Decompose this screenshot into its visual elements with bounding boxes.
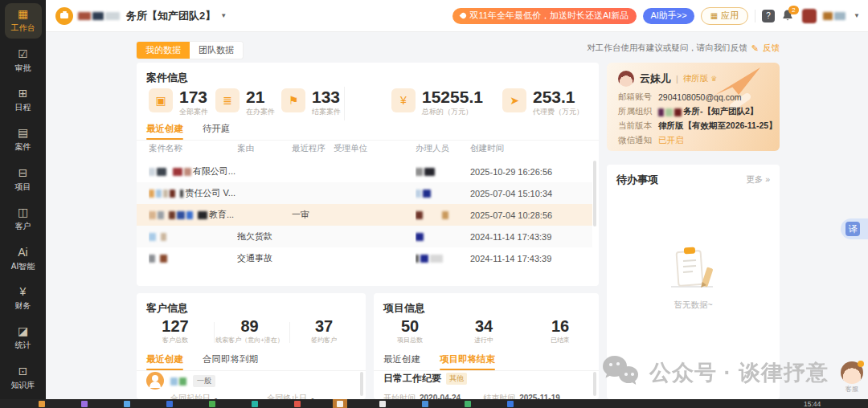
translate-fab[interactable]: 译 <box>841 218 868 239</box>
cases-icon: ▤ <box>18 127 28 139</box>
customer-service-fab[interactable]: 客服 <box>839 361 865 394</box>
stat-value: 50 <box>378 317 442 335</box>
flag-icon: ⚑ <box>281 88 305 112</box>
cell-handlers <box>416 161 469 182</box>
case-list-tabs: 最近创建 待开庭 <box>146 123 231 140</box>
redacted-block <box>158 211 164 219</box>
sidebar-item-projects[interactable]: ⊟项目 <box>0 161 46 201</box>
sidebar-item-knowledge[interactable]: ⊡知识库 <box>0 360 46 399</box>
divider: | <box>676 74 678 84</box>
ai-assistant-button[interactable]: AI助手>> <box>643 8 694 24</box>
client-list-tabs: 最近创建 合同即将到期 <box>146 353 258 370</box>
promo-banner[interactable]: 双11年全年最低价，加送时长还送AI新品 <box>452 8 637 24</box>
cell-handlers <box>416 226 469 247</box>
taskbar-app-icon[interactable] <box>81 401 88 407</box>
cell-procedure <box>292 226 332 247</box>
sidebar-item-statistics[interactable]: ◪统计 <box>0 320 46 359</box>
empty-state-text: 暂无数据~ <box>607 300 780 311</box>
redacted-block <box>186 211 193 219</box>
more-link[interactable]: 更多 » <box>746 174 770 186</box>
divider <box>755 10 755 22</box>
top-header: 务所【知产团队2】 ▼ 双11年全年最低价，加送时长还送AI新品 AI助手>> … <box>46 0 868 32</box>
scrollbar[interactable] <box>593 161 596 226</box>
scrollbar[interactable] <box>593 372 596 396</box>
column-cause: 案由 <box>237 143 254 154</box>
cell-procedure <box>292 182 332 204</box>
taskbar-app-icon[interactable] <box>209 401 215 407</box>
taskbar-app-icon[interactable] <box>252 401 258 407</box>
cell-created: 2024-11-14 17:43:39 <box>470 226 592 247</box>
tab-team-data[interactable]: 团队数据 <box>190 42 243 59</box>
tab-recently-created[interactable]: 最近创建 <box>146 123 183 140</box>
help-icon[interactable]: ? <box>762 10 775 22</box>
tab-upcoming-hearing[interactable]: 待开庭 <box>203 123 231 140</box>
cell-handlers <box>416 204 469 226</box>
stat-value: 16 <box>528 317 592 335</box>
project-list-item[interactable]: 日常工作纪要 其他 <box>383 372 467 386</box>
user-avatar[interactable] <box>802 9 817 23</box>
client-info-card: 客户信息 127 客户总数 89 线索客户（意向+潜在） 37 签约客户 最近创… <box>137 293 366 399</box>
taskbar-app-icon[interactable] <box>422 401 428 407</box>
empty-state-illustration <box>660 245 727 295</box>
scrollbar[interactable] <box>360 372 363 396</box>
taskbar-app-icon[interactable] <box>124 401 130 407</box>
case-table-row[interactable]: 教育...一审2025-07-04 10:28:56 <box>137 204 592 226</box>
table-header: 案件名称 案由 最近程序 受理单位 办理人员 创建时间 <box>137 143 599 159</box>
sidebar-item-clients[interactable]: ◫客户 <box>0 201 46 240</box>
app-window: ▦工作台☑审批⊞日程▤案件⊟项目◫客户AiAI智能¥财务◪统计⊡知识库 务所【知… <box>0 0 868 408</box>
apps-button[interactable]: ▦ 应用 <box>701 7 748 25</box>
stat-label: 在办案件 <box>246 107 275 117</box>
taskbar-app-icon[interactable] <box>294 401 301 407</box>
tab-recently-created[interactable]: 最近创建 <box>383 353 420 370</box>
workbench-icon: ▦ <box>18 8 28 20</box>
sidebar-item-label: 统计 <box>15 340 31 351</box>
sidebar-item-finance[interactable]: ¥财务 <box>0 280 46 320</box>
workspace-switcher[interactable]: 务所【知产团队2】 ▼ <box>55 7 227 25</box>
tab-contract-expiring[interactable]: 合同即将到期 <box>203 353 258 370</box>
redacted-client-name <box>170 373 188 388</box>
stat-value: 37 <box>292 317 356 335</box>
redacted-block <box>184 168 191 176</box>
taskbar-app-icon[interactable] <box>465 401 471 407</box>
tab-project-ending[interactable]: 项目即将结束 <box>440 353 495 370</box>
cell-case-name: 责任公司 V... <box>149 182 235 204</box>
sidebar-item-ai[interactable]: AiAI智能 <box>0 241 46 280</box>
cell-cause <box>237 182 290 204</box>
email-row: 邮箱账号 2904108050@qq.com <box>618 92 742 103</box>
taskbar-app-icon[interactable] <box>337 401 343 407</box>
cell-court <box>334 226 414 247</box>
stat-closed-cases: ⚑ 133 结案案件 <box>281 88 341 117</box>
case-table-row[interactable]: 责任公司 V...2025-07-04 15:10:34 <box>137 182 592 204</box>
redacted-block <box>149 233 156 241</box>
case-table-row[interactable]: 有限公司...2025-10-29 16:26:56 <box>137 161 592 182</box>
stat-label: 进行中 <box>452 336 516 345</box>
case-table-row[interactable]: 拖欠货款2024-11-14 17:43:39 <box>137 226 592 247</box>
case-table-row[interactable]: 交通事故2024-11-14 17:43:39 <box>137 247 592 269</box>
stat-value: 253.1 <box>533 88 583 106</box>
chevron-down-icon[interactable]: ▼ <box>854 12 860 19</box>
tab-recently-created[interactable]: 最近创建 <box>146 353 183 370</box>
redacted-block <box>416 168 423 176</box>
sidebar-item-cases[interactable]: ▤案件 <box>0 121 46 161</box>
cell-procedure <box>292 247 332 269</box>
cell-cause <box>237 161 290 182</box>
feedback-link[interactable]: 反馈 <box>763 43 780 54</box>
taskbar-app-icon[interactable] <box>166 401 173 407</box>
taskbar-app-icon[interactable] <box>379 401 386 407</box>
sidebar-item-workbench[interactable]: ▦工作台 <box>5 3 42 39</box>
sidebar-item-schedule[interactable]: ⊞日程 <box>0 82 46 121</box>
notification-bell-icon[interactable]: 2 <box>781 9 796 23</box>
tab-my-data[interactable]: 我的数据 <box>137 42 190 59</box>
taskbar-app-icon[interactable] <box>39 401 45 407</box>
sidebar-item-approval[interactable]: ☑审批 <box>0 43 46 82</box>
project-dates: 开始时间2020-04-24 结束时间2025-11-19 <box>383 393 592 399</box>
app-logo-icon <box>55 7 73 25</box>
case-info-card: 案件信息 ▣ 173 全部案件 ≣ 21 在办案件 ⚑ 133 结案案件 ¥ 1 <box>137 63 599 286</box>
field-label: 微信通知 <box>618 135 652 146</box>
project-category-badge: 其他 <box>446 373 467 385</box>
taskbar-app-icon[interactable] <box>507 401 514 407</box>
project-list-tabs: 最近创建 项目即将结束 <box>383 353 495 370</box>
client-list-item[interactable]: 一般 <box>146 372 215 390</box>
project-title: 日常工作纪要 <box>383 372 441 386</box>
cell-created: 2025-10-29 16:26:56 <box>470 161 592 182</box>
